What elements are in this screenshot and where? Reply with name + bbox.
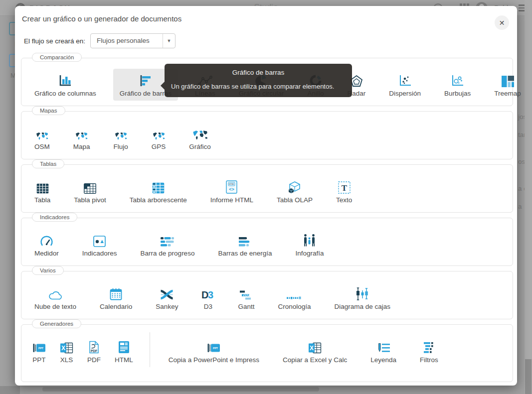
bg-scrollbar-horizontal[interactable] <box>42 387 319 392</box>
table-icon <box>36 179 49 194</box>
pivot-table-icon <box>84 179 96 194</box>
type-grafico-de-columnas[interactable]: Gráfico de columnas <box>28 69 103 101</box>
type-html[interactable]: HTML <box>110 335 138 367</box>
type-infografia[interactable]: Infografía <box>289 229 330 261</box>
type-label: Burbujas <box>444 90 471 97</box>
type-indicadores[interactable]: Indicadores <box>76 229 124 261</box>
flow-target-value: Flujos personales <box>91 34 163 48</box>
type-copia-a-powerpoint-e-impress[interactable]: PPTCopia a PowerPoint e Impress <box>162 335 266 367</box>
type-d3[interactable]: D3D3 <box>195 282 221 314</box>
type-diagrama-de-cajas[interactable]: Diagrama de cajas <box>328 282 397 314</box>
type-ppt[interactable]: PPTPPT <box>28 335 50 367</box>
type-label: D3 <box>204 303 212 310</box>
type-dispersion[interactable]: Dispersión <box>382 69 427 101</box>
type-label: PDF <box>87 356 101 364</box>
type-label: Indicadores <box>82 250 117 257</box>
type-label: Barra de progreso <box>141 250 195 257</box>
type-medidor[interactable]: Medidor <box>28 229 65 261</box>
type-burbujas[interactable]: Burbujas <box>438 69 477 101</box>
type-label: Cronología <box>278 303 311 310</box>
sankey-icon <box>160 285 174 300</box>
type-label: XLS <box>60 356 73 364</box>
type-filtros[interactable]: Filtros <box>413 335 445 367</box>
section-legend: Mapas <box>32 106 65 115</box>
legend-icon <box>377 339 390 354</box>
scrollbar-thumb[interactable] <box>525 359 532 394</box>
word-cloud-icon <box>48 285 63 300</box>
scatter-chart-icon <box>398 72 412 87</box>
indicators-icon <box>93 232 106 247</box>
type-label: Tabla pivot <box>74 196 106 204</box>
type-label: Medidor <box>34 250 59 257</box>
section-legend: Indicadores <box>32 213 77 222</box>
type-barras-de-energia[interactable]: Barras de energía <box>211 229 278 261</box>
type-calendario[interactable]: Calendario <box>93 282 139 314</box>
bubble-chart-icon <box>451 72 464 87</box>
type-cronologia[interactable]: Cronología <box>271 282 317 314</box>
type-tabla-olap[interactable]: Tabla OLAP <box>270 175 319 207</box>
type-nube-de-texto[interactable]: Nube de texto <box>28 282 83 314</box>
svg-text:<>: <> <box>229 187 235 192</box>
type-label: Gantt <box>238 303 254 310</box>
type-osm[interactable]: OSM <box>28 122 56 154</box>
type-gantt[interactable]: Gantt <box>231 282 261 314</box>
map-icon <box>75 126 88 140</box>
type-treemap[interactable]: Treemap <box>488 69 528 101</box>
svg-text:HTML: HTML <box>229 183 234 185</box>
type-label: Informe HTML <box>210 196 253 204</box>
type-copiar-a-excel-y-calc[interactable]: XCopiar a Excel y Calc <box>276 335 354 367</box>
type-tabla[interactable]: Tabla <box>28 175 57 207</box>
bar-chart-tooltip: Gráfico de barras Un gráfico de barras s… <box>165 64 352 97</box>
type-label: Leyenda <box>370 356 396 364</box>
type-mapa[interactable]: Mapa <box>67 122 97 154</box>
type-label: Copia a PowerPoint e Impress <box>169 356 259 364</box>
type-label: Gráfico de columnas <box>34 90 96 97</box>
section-legend: Tablas <box>32 159 64 168</box>
type-barra-de-progreso[interactable]: Barra de progreso <box>134 229 201 261</box>
pdf-icon: PDF <box>88 339 100 354</box>
type-informe-html[interactable]: HTML<>Informe HTML <box>204 175 260 207</box>
type-label: Tabla arborescente <box>130 196 187 204</box>
osm-map-icon <box>36 126 48 140</box>
type-label: PPT <box>32 356 45 364</box>
type-label: Nube de texto <box>34 303 76 310</box>
type-label: Flujo <box>114 143 128 150</box>
svg-text:PPT: PPT <box>38 347 44 350</box>
bar-chart-icon <box>139 72 152 87</box>
type-tabla-pivot[interactable]: Tabla pivot <box>67 175 113 207</box>
progress-bar-icon <box>160 232 175 247</box>
scrollbar-vertical[interactable] <box>525 0 532 394</box>
type-xls[interactable]: XXLS <box>55 335 78 367</box>
gps-map-icon <box>153 126 165 140</box>
type-pdf[interactable]: PDFPDF <box>83 335 105 367</box>
type-sankey[interactable]: Sankey <box>149 282 184 314</box>
type-grafico[interactable]: Gráfico <box>182 122 217 154</box>
type-gps[interactable]: GPS <box>145 122 173 154</box>
chart-map-icon <box>192 126 208 140</box>
flow-target-select[interactable]: Flujos personales ▼ <box>90 33 176 48</box>
type-label: Gráfico de barras <box>120 90 172 97</box>
type-leyenda[interactable]: Leyenda <box>364 335 403 367</box>
bg-corner-block <box>0 386 20 394</box>
type-flujo[interactable]: Flujo <box>107 122 135 154</box>
type-tabla-arborescente[interactable]: Tabla arborescente <box>123 175 193 207</box>
type-texto[interactable]: TTexto <box>330 175 358 207</box>
type-label: Calendario <box>100 303 132 310</box>
type-label: GPS <box>152 143 166 150</box>
svg-text:X: X <box>61 345 65 352</box>
select-caret-icon[interactable]: ▼ <box>163 34 175 48</box>
section-mapas: MapasOSMMapaFlujoGPSGráfico <box>21 111 513 159</box>
text-icon: T <box>338 179 351 194</box>
column-chart-icon <box>58 72 72 87</box>
type-label: Texto <box>336 196 352 204</box>
svg-text:T: T <box>341 183 347 193</box>
html-report-icon: HTML<> <box>226 179 237 194</box>
type-label: Filtros <box>420 356 438 364</box>
create-chart-dialog: Crear un gráfico o un generador de docum… <box>15 6 517 386</box>
tooltip-body: Un gráfico de barras se utiliza para com… <box>171 83 346 90</box>
section-indicadores: IndicadoresMedidorIndicadoresBarra de pr… <box>21 218 513 266</box>
svg-text:3: 3 <box>208 289 213 300</box>
close-icon[interactable]: ✕ <box>495 15 509 30</box>
excel-copy-icon: X <box>308 339 322 354</box>
chart-type-sections: ComparaciónGráfico de columnasGráfico de… <box>21 58 513 382</box>
